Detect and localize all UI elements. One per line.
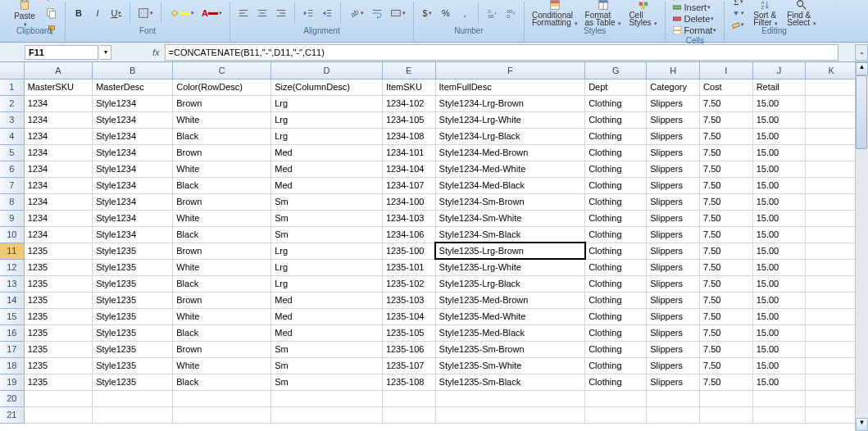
find-select-button[interactable]: Find &Select ▾ <box>784 0 819 31</box>
cell[interactable]: Clothing <box>585 324 647 341</box>
row-header[interactable]: 14 <box>0 292 24 308</box>
cell[interactable]: Sm <box>271 193 383 210</box>
wrap-text-button[interactable] <box>369 5 385 21</box>
cell[interactable] <box>699 406 752 423</box>
cell[interactable]: Style1235-Sm-Black <box>435 374 585 390</box>
cell[interactable]: Slippers <box>647 324 700 341</box>
italic-button[interactable]: I <box>89 5 106 21</box>
cell[interactable] <box>647 406 700 423</box>
cell[interactable] <box>806 292 855 308</box>
cell[interactable]: Clothing <box>585 341 647 357</box>
cell[interactable]: ItemSKU <box>382 79 435 95</box>
cell[interactable]: Slippers <box>647 111 700 128</box>
cell[interactable]: 1234 <box>24 210 92 226</box>
cell[interactable]: 1235-105 <box>382 324 435 341</box>
cell[interactable]: Sm <box>271 226 383 243</box>
cell[interactable]: White <box>173 210 271 226</box>
cell[interactable]: Slippers <box>647 308 700 324</box>
cell[interactable]: Lrg <box>271 243 383 259</box>
cell[interactable] <box>806 275 855 292</box>
orientation-button[interactable]: ab▾ <box>346 5 366 21</box>
row-header[interactable]: 15 <box>0 308 24 324</box>
cell[interactable]: White <box>173 308 271 324</box>
cell[interactable]: Med <box>271 292 383 308</box>
scroll-thumb[interactable] <box>856 75 867 149</box>
cell[interactable] <box>93 390 173 406</box>
decrease-decimal-button[interactable]: .00.0 <box>502 5 519 21</box>
cell[interactable]: 1235 <box>24 357 92 374</box>
cell[interactable] <box>806 128 855 144</box>
cell[interactable]: Clothing <box>585 210 647 226</box>
cell[interactable]: Med <box>271 324 383 341</box>
cell[interactable]: Style1234 <box>93 95 173 111</box>
row-header[interactable]: 2 <box>0 95 24 111</box>
cell[interactable]: Cost <box>699 79 752 95</box>
cell[interactable]: Style1235 <box>93 243 173 259</box>
cell[interactable]: Clothing <box>585 259 647 275</box>
cell[interactable] <box>585 390 647 406</box>
cell[interactable]: White <box>173 111 271 128</box>
cell[interactable]: Brown <box>173 341 271 357</box>
cell[interactable]: Lrg <box>271 95 383 111</box>
cell[interactable]: 1235 <box>24 275 92 292</box>
cell[interactable]: 1234-102 <box>382 95 435 111</box>
cell[interactable]: Color(RowDesc) <box>173 79 271 95</box>
cell[interactable] <box>806 243 855 259</box>
cell[interactable]: Slippers <box>647 226 700 243</box>
cell[interactable]: Sm <box>271 341 383 357</box>
cell[interactable]: Clothing <box>585 177 647 193</box>
col-header-D[interactable]: D <box>271 62 383 79</box>
cell[interactable]: Black <box>173 128 271 144</box>
cell[interactable]: 15.00 <box>752 128 806 144</box>
cell[interactable]: Style1234-Sm-White <box>435 210 585 226</box>
col-header-H[interactable]: H <box>647 62 700 79</box>
cell[interactable]: Category <box>647 79 700 95</box>
cell[interactable]: Clothing <box>585 111 647 128</box>
increase-decimal-button[interactable]: .0.00 <box>484 5 500 21</box>
copy-button[interactable] <box>43 5 60 21</box>
cell[interactable]: 1235-103 <box>382 292 435 308</box>
row-header[interactable]: 9 <box>0 210 24 226</box>
cell[interactable]: Med <box>271 161 383 177</box>
delete-button[interactable]: Delete ▾ <box>670 13 716 25</box>
cell[interactable]: MasterSKU <box>24 79 92 95</box>
formula-bar[interactable]: =CONCATENATE(B11,"-",D11,"-",C11) <box>165 44 838 61</box>
cell[interactable]: Style1235-Lrg-White <box>435 259 585 275</box>
cell[interactable]: Style1235-Lrg-Brown <box>435 243 585 259</box>
cell[interactable]: 1234-101 <box>382 144 435 161</box>
cell[interactable] <box>806 177 855 193</box>
cell[interactable] <box>806 357 855 374</box>
cell[interactable]: White <box>173 259 271 275</box>
bold-button[interactable]: B <box>70 5 87 21</box>
cell[interactable]: 1235 <box>24 324 92 341</box>
cell[interactable]: Style1234 <box>93 161 173 177</box>
col-header-J[interactable]: J <box>752 62 806 79</box>
cell[interactable]: Slippers <box>647 341 700 357</box>
cell[interactable]: Sm <box>271 210 383 226</box>
cell[interactable]: Lrg <box>271 111 383 128</box>
percent-button[interactable]: % <box>438 5 454 21</box>
cell[interactable] <box>752 390 806 406</box>
cell[interactable]: Style1235 <box>93 341 173 357</box>
row-header[interactable]: 11 <box>0 243 24 259</box>
row-header[interactable]: 17 <box>0 341 24 357</box>
cell[interactable] <box>24 390 92 406</box>
cell[interactable]: 1235-106 <box>382 341 435 357</box>
cell[interactable]: Style1234-Lrg-White <box>435 111 585 128</box>
cell[interactable]: Lrg <box>271 275 383 292</box>
fill-color-button[interactable]: ▾ <box>166 5 197 21</box>
cell[interactable]: 15.00 <box>752 308 806 324</box>
cell[interactable]: 1235 <box>24 243 92 259</box>
cell[interactable]: Style1234 <box>93 210 173 226</box>
cell[interactable]: White <box>173 161 271 177</box>
cell[interactable]: 1234 <box>24 128 92 144</box>
cell[interactable]: Slippers <box>647 357 700 374</box>
cell[interactable]: Clothing <box>585 243 647 259</box>
row-header[interactable]: 3 <box>0 111 24 128</box>
cell[interactable]: Slippers <box>647 374 700 390</box>
cell[interactable]: Clothing <box>585 226 647 243</box>
cell[interactable]: Style1235 <box>93 308 173 324</box>
cell[interactable]: Slippers <box>647 243 700 259</box>
cell[interactable] <box>382 406 435 423</box>
increase-indent-button[interactable] <box>319 5 335 21</box>
